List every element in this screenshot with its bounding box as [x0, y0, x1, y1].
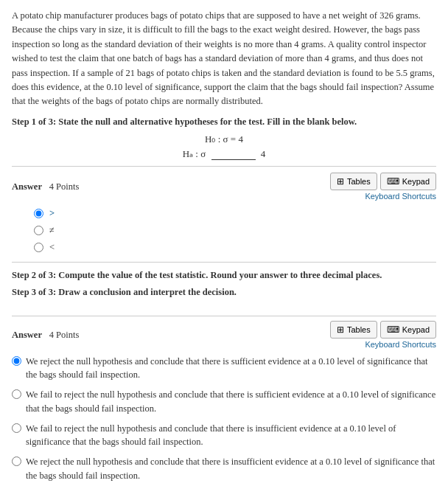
h0-line: H₀ : σ = 4: [12, 133, 436, 145]
step2-section: Step 2 of 3: Compute the value of the te…: [12, 262, 436, 281]
mc-option-2: We fail to reject the null hypothesis an…: [12, 388, 436, 416]
problem-statement: A potato chip manufacturer produces bags…: [12, 10, 435, 106]
btn-row-2: Tables Keypad: [330, 321, 436, 339]
mc-options: We reject the null hypothesis and conclu…: [12, 355, 436, 483]
symbol-option-less: <: [34, 242, 436, 253]
keyboard-shortcuts-link-2[interactable]: Keyboard Shortcuts: [365, 340, 436, 349]
ha-line: Hₐ : σ 4: [12, 148, 436, 160]
step2-label: Step 2 of 3: Compute the value of the te…: [12, 270, 436, 281]
ha-suffix: 4: [261, 148, 266, 159]
keypad-button-1[interactable]: Keypad: [380, 173, 436, 190]
problem-text: A potato chip manufacturer produces bags…: [12, 9, 436, 109]
step1-label: Step 1 of 3: State the null and alternat…: [12, 117, 436, 128]
symbol-option-neq: ≠: [34, 225, 436, 236]
mc-radio-3[interactable]: [12, 423, 21, 433]
symbol-radio-less[interactable]: [34, 243, 43, 252]
step3-section: Step 3 of 3: Draw a conclusion and inter…: [12, 287, 436, 310]
table-icon-2: [337, 324, 344, 335]
mc-radio-2[interactable]: [12, 389, 21, 399]
symbol-radio-neq[interactable]: [34, 226, 43, 235]
mc-option-4: We reject the null hypothesis and conclu…: [12, 455, 436, 483]
ha-prefix: Hₐ : σ: [183, 148, 206, 159]
answer-header-2: Answer 4 Points Tables Keypad Keyboard S…: [12, 321, 436, 349]
answer-label-2: Answer 4 Points: [12, 329, 79, 341]
mc-option-2-text: We fail to reject the null hypothesis an…: [26, 388, 436, 416]
symbol-radio-greater[interactable]: [34, 209, 43, 218]
symbol-less-label: <: [49, 242, 55, 253]
step1-section: Step 1 of 3: State the null and alternat…: [12, 117, 436, 160]
main-container: A potato chip manufacturer produces bags…: [0, 0, 448, 486]
symbol-greater-label: >: [49, 208, 55, 219]
mc-option-3-text: We fail to reject the null hypothesis an…: [26, 422, 436, 450]
mc-radio-4[interactable]: [12, 457, 21, 466]
answer-section-2: Answer 4 Points Tables Keypad Keyboard S…: [12, 321, 436, 483]
mc-option-3: We fail to reject the null hypothesis an…: [12, 422, 436, 450]
math-block: H₀ : σ = 4 Hₐ : σ 4: [12, 133, 436, 160]
keypad-icon-1: [387, 176, 399, 187]
answer-header-1: Answer 4 Points Tables Keypad Keyboard S…: [12, 166, 436, 201]
table-icon-1: [337, 176, 344, 187]
mc-option-1-text: We reject the null hypothesis and conclu…: [26, 355, 436, 383]
tables-button-2[interactable]: Tables: [330, 321, 377, 339]
toolbar-2: Tables Keypad Keyboard Shortcuts: [330, 321, 436, 349]
mc-option-1: We reject the null hypothesis and conclu…: [12, 355, 436, 383]
keypad-icon-2: [387, 324, 399, 335]
answer-label-1: Answer 4 Points: [12, 181, 79, 192]
mc-radio-1[interactable]: [12, 356, 21, 366]
btn-row-1: Tables Keypad: [330, 173, 436, 190]
symbol-options: > ≠ <: [34, 208, 436, 253]
ha-blank: [211, 159, 256, 160]
mc-option-4-text: We reject the null hypothesis and conclu…: [26, 455, 436, 483]
step3-label: Step 3 of 3: Draw a conclusion and inter…: [12, 287, 436, 298]
tables-button-1[interactable]: Tables: [330, 173, 377, 190]
symbol-option-greater: >: [34, 208, 436, 219]
symbol-neq-label: ≠: [49, 225, 55, 236]
keyboard-shortcuts-link-1[interactable]: Keyboard Shortcuts: [365, 192, 436, 201]
toolbar-1: Tables Keypad Keyboard Shortcuts: [330, 173, 436, 201]
keypad-button-2[interactable]: Keypad: [380, 321, 436, 339]
divider-2: [12, 316, 436, 316]
